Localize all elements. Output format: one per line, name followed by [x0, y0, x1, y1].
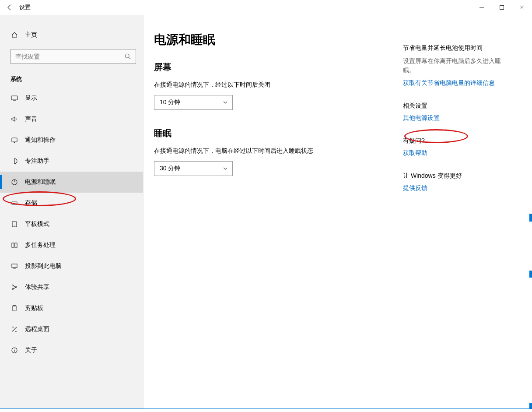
maximize-button[interactable] — [492, 0, 512, 15]
svg-line-5 — [129, 57, 130, 59]
rail-feedback-link[interactable]: 提供反馈 — [403, 184, 504, 192]
rail-save-heading: 节省电量并延长电池使用时间 — [403, 44, 504, 52]
sleep-timeout-value: 30 分钟 — [160, 165, 180, 173]
rail-question-heading: 有疑问? — [403, 137, 504, 145]
sidebar-item-label: 通知和操作 — [25, 136, 56, 144]
rail-question-link[interactable]: 获取帮助 — [403, 149, 504, 157]
sidebar-item-label: 专注助手 — [25, 157, 49, 165]
svg-point-4 — [125, 54, 129, 58]
svg-rect-8 — [12, 138, 17, 142]
sidebar-item-clipboard[interactable]: 剪贴板 — [0, 298, 143, 319]
storage-icon — [10, 200, 18, 207]
sidebar-item-label: 电源和睡眠 — [25, 178, 56, 186]
close-button[interactable] — [512, 0, 532, 15]
titlebar: 设置 — [0, 0, 532, 15]
svg-line-20 — [13, 286, 15, 287]
sidebar-category: 系统 — [0, 68, 143, 88]
sound-icon — [10, 116, 18, 123]
home-icon — [10, 32, 18, 39]
svg-rect-6 — [11, 96, 18, 100]
power-icon — [10, 179, 18, 186]
sidebar-item-label: 平板模式 — [25, 220, 49, 228]
projecting-icon — [10, 263, 18, 270]
notification-icon — [10, 137, 18, 144]
screen-timeout-value: 10 分钟 — [160, 99, 180, 106]
svg-rect-14 — [12, 243, 14, 247]
edge-marker — [529, 403, 532, 409]
screen-desc: 在接通电源的情况下，经过以下时间后关闭 — [154, 81, 399, 89]
search-input[interactable] — [10, 49, 136, 64]
svg-point-18 — [16, 287, 17, 288]
rail-related-heading: 相关设置 — [403, 102, 504, 110]
sidebar-item-label: 远程桌面 — [25, 325, 49, 333]
svg-line-21 — [13, 288, 15, 289]
svg-rect-22 — [13, 306, 16, 311]
remote-icon — [10, 326, 18, 333]
chevron-down-icon — [223, 100, 228, 105]
rail-save-link[interactable]: 获取有关节省电脑电量的详细信息 — [403, 79, 504, 87]
sidebar: 主页 系统 显示 声音 通知和操作 — [0, 15, 144, 408]
sidebar-home[interactable]: 主页 — [0, 25, 143, 45]
sidebar-item-focus[interactable]: 专注助手 — [0, 151, 143, 172]
sidebar-item-remote[interactable]: 远程桌面 — [0, 319, 143, 340]
sidebar-item-label: 显示 — [25, 94, 37, 102]
rail-save-text: 设置屏幕在你离开电脑后多久进入睡眠。 — [403, 56, 504, 75]
minimize-button[interactable] — [472, 0, 492, 15]
sidebar-home-label: 主页 — [25, 31, 37, 39]
search-icon — [125, 53, 131, 60]
screen-timeout-select[interactable]: 10 分钟 — [154, 95, 233, 110]
sidebar-item-label: 多任务处理 — [25, 241, 56, 249]
sidebar-item-projecting[interactable]: 投影到此电脑 — [0, 256, 143, 277]
shared-icon — [10, 284, 18, 291]
rail-feedback-heading: 让 Windows 变得更好 — [403, 172, 504, 180]
sidebar-item-label: 存储 — [25, 199, 37, 207]
sidebar-item-label: 投影到此电脑 — [25, 262, 62, 270]
tablet-icon — [10, 221, 18, 228]
back-button[interactable] — [0, 0, 19, 15]
sidebar-item-label: 声音 — [25, 115, 37, 123]
sidebar-item-label: 剪贴板 — [25, 304, 43, 312]
content: 电源和睡眠 屏幕 在接通电源的情况下，经过以下时间后关闭 10 分钟 睡眠 在接… — [144, 15, 532, 408]
sidebar-item-about[interactable]: 关于 — [0, 340, 143, 361]
chevron-down-icon — [223, 166, 228, 171]
sleep-desc: 在接通电源的情况下，电脑在经过以下时间后进入睡眠状态 — [154, 147, 399, 155]
sidebar-item-multitasking[interactable]: 多任务处理 — [0, 235, 143, 256]
svg-rect-1 — [500, 6, 504, 10]
sleep-timeout-select[interactable]: 30 分钟 — [154, 161, 233, 176]
sidebar-item-tablet[interactable]: 平板模式 — [0, 214, 143, 235]
rail-related-link[interactable]: 其他电源设置 — [403, 114, 504, 122]
screen-heading: 屏幕 — [154, 61, 399, 73]
edge-marker — [529, 271, 532, 278]
sidebar-item-display[interactable]: 显示 — [0, 88, 143, 109]
svg-point-29 — [14, 349, 14, 349]
sidebar-item-label: 体验共享 — [25, 283, 49, 291]
about-icon — [10, 347, 18, 354]
sidebar-item-power-sleep[interactable]: 电源和睡眠 — [0, 172, 143, 193]
svg-rect-15 — [15, 243, 17, 247]
page-title: 电源和睡眠 — [154, 32, 399, 48]
display-icon — [10, 95, 18, 102]
sidebar-item-storage[interactable]: 存储 — [0, 193, 143, 214]
window-title: 设置 — [19, 4, 31, 11]
sleep-heading: 睡眠 — [154, 127, 399, 139]
clipboard-icon — [10, 305, 18, 312]
sidebar-item-label: 关于 — [25, 346, 37, 354]
sidebar-item-shared[interactable]: 体验共享 — [0, 277, 143, 298]
focus-icon — [10, 158, 18, 165]
edge-marker — [529, 214, 532, 222]
sidebar-item-notifications[interactable]: 通知和操作 — [0, 130, 143, 151]
right-rail: 节省电量并延长电池使用时间 设置屏幕在你离开电脑后多久进入睡眠。 获取有关节省电… — [403, 44, 504, 207]
svg-point-13 — [14, 225, 14, 226]
svg-line-24 — [12, 327, 17, 331]
multitasking-icon — [10, 242, 18, 249]
sidebar-item-sound[interactable]: 声音 — [0, 109, 143, 130]
svg-rect-16 — [12, 264, 17, 268]
svg-rect-11 — [12, 202, 17, 204]
svg-point-19 — [12, 289, 14, 290]
svg-point-17 — [12, 285, 14, 286]
